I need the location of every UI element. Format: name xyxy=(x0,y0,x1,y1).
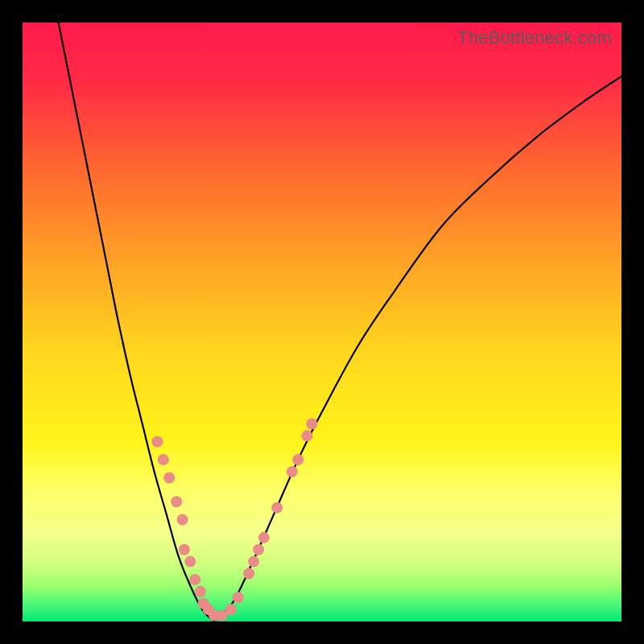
chart-svg xyxy=(23,23,621,621)
data-marker xyxy=(171,496,182,507)
watermark-text: TheBottleneck.com xyxy=(457,27,612,48)
data-marker xyxy=(179,544,190,555)
data-marker xyxy=(151,436,163,448)
data-marker xyxy=(158,454,169,465)
data-marker xyxy=(253,544,264,555)
data-marker xyxy=(271,502,283,514)
data-marker xyxy=(287,466,298,477)
data-marker xyxy=(163,472,175,483)
data-marker xyxy=(301,430,312,441)
plot-area: TheBottleneck.com xyxy=(23,23,621,621)
data-marker xyxy=(195,586,206,597)
data-marker xyxy=(189,574,200,585)
data-marker xyxy=(306,418,317,429)
data-marker xyxy=(233,592,244,603)
data-marker xyxy=(258,532,270,543)
data-marker xyxy=(177,514,188,526)
data-marker xyxy=(292,454,303,465)
data-marker xyxy=(184,556,196,568)
curve-right-branch xyxy=(214,76,621,621)
curve-left-branch xyxy=(59,23,214,621)
data-marker xyxy=(248,556,259,568)
chart-frame: TheBottleneck.com xyxy=(0,0,644,644)
data-marker xyxy=(243,568,254,579)
data-marker xyxy=(225,604,237,615)
